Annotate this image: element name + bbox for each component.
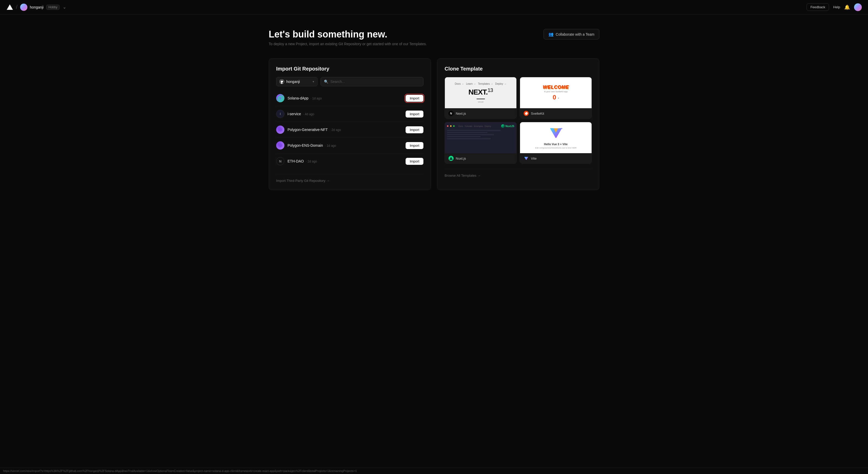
account-switcher-button[interactable]: ⌄ [62,4,67,10]
template-name-nextjs: Next.js [456,112,466,116]
repo-left: Solana-dApp · 1d ago [276,94,322,102]
nuxt-line [447,134,494,135]
repo-icon-i-service: i [276,110,284,118]
user-avatar[interactable] [854,3,862,11]
import-button[interactable]: Import [406,142,424,149]
content-grid: Import Git Repository honganji ▾ 🔍 [269,58,599,190]
repo-item: i i-service · 4d ago Import [276,106,424,122]
repo-age: · 2d ago [306,160,317,163]
import-button[interactable]: Import [406,110,424,118]
page-title-area: Let's build something new. To deploy a n… [269,29,427,46]
status-url: https://vercel.com/new/import?s=https%3A… [3,469,357,472]
template-name-sveltekit: SvelteKit [531,112,544,116]
header: / honganji Hobby ⌄ Feedback Help 🔔 [0,0,868,14]
repo-controls: honganji ▾ 🔍 [276,77,424,86]
template-name-vite: Vite [531,157,536,160]
repo-icon-polygon-ens [276,141,284,150]
header-right: Feedback Help 🔔 [807,3,862,11]
template-sveltekit[interactable]: WELCOME to your new SvelteKit app 0 · Sv… [520,77,592,119]
feedback-button[interactable]: Feedback [807,3,829,11]
vercel-triangle-icon [7,4,13,10]
repo-info: Solana-dApp · 1d ago [287,96,322,100]
vite-logo-icon [550,126,562,141]
search-input[interactable] [331,80,420,84]
vite-icon [524,156,529,161]
repo-name: i-service [287,112,301,116]
third-party-link[interactable]: Import Third-Party Git Repository → [276,179,330,183]
template-vite[interactable]: Hello Vue 3 + Vite Edit components/Hello… [520,122,592,164]
account-dropdown[interactable]: honganji ▾ [276,77,317,86]
nuxt-lines [447,130,514,139]
template-preview-sveltekit: WELCOME to your new SvelteKit app 0 · [520,77,592,108]
repo-info: Polygon-ENS-Domain · 1d ago [287,144,336,148]
nuxt-line [447,130,501,131]
svg-marker-2 [278,144,282,147]
repo-left: N ETH-DAO · 2d ago [276,157,317,165]
repo-item: Polygon-ENS-Domain · 1d ago Import [276,138,424,153]
nuxt-dot-red [447,125,448,127]
vite-preview-inner: Hello Vue 3 + Vite Edit components/Hello… [520,122,592,153]
template-label-vite: Vite [520,153,592,163]
notification-bell-icon[interactable]: 🔔 [844,4,850,10]
dropdown-account-name: honganji [286,80,300,84]
repo-name: ETH-DAO [287,159,304,163]
template-nuxtjs[interactable]: Docs Tutorials Examples Deploy NuxtJS [444,122,517,164]
vercel-logo[interactable] [6,4,13,11]
sveltekit-icon [524,111,529,116]
repo-item: Polygon-Generative-NFT · 2d ago Import [276,122,424,138]
svg-point-0 [278,96,283,100]
username-label: honganji [30,5,44,9]
status-bar: https://vercel.com/new/import?s=https%3A… [0,468,868,474]
template-preview-nextjs: Docs →Learn →Templates →Deploy → NEXT.13… [445,77,517,108]
repo-item: Solana-dApp · 1d ago Import [276,90,424,106]
header-left: / honganji Hobby ⌄ [6,4,67,11]
repo-name: Polygon-ENS-Domain [287,144,323,148]
help-button[interactable]: Help [833,5,840,9]
github-icon [280,79,284,84]
nuxt-logo-text: NuxtJS [505,125,514,128]
template-label-sveltekit: SvelteKit [520,108,592,119]
repo-name: Solana-dApp [287,96,308,100]
repo-item: N ETH-DAO · 2d ago Import [276,153,424,169]
repo-age: · 2d ago [330,128,341,132]
clone-card-title: Clone Template [444,66,592,72]
nextjs-icon: N [448,111,454,116]
nuxt-line [447,132,488,133]
page-header: Let's build something new. To deploy a n… [269,29,599,46]
repo-list: Solana-dApp · 1d ago Import i i-service … [276,90,424,169]
repo-info: i-service · 4d ago [287,112,314,116]
nextjs-preview-content: Docs →Learn →Templates →Deploy → NEXT.13… [445,77,517,108]
plan-badge: Hobby [46,5,60,10]
dropdown-arrow-icon: ▾ [313,80,314,84]
repo-info: ETH-DAO · 2d ago [287,159,317,163]
browse-templates: Browse All Templates → [444,169,592,178]
clone-template-card: Clone Template Docs →Learn →Templates →D… [437,58,599,190]
repo-icon-polygon-generative [276,126,284,134]
page-title: Let's build something new. [269,29,427,40]
import-card-title: Import Git Repository [276,66,424,72]
nuxt-line [447,138,491,139]
separator: / [16,4,18,10]
repo-age: · 1d ago [311,97,322,100]
repo-left: Polygon-ENS-Domain · 1d ago [276,141,336,150]
collaborate-button[interactable]: 👥 Collaborate with a Team [544,29,599,39]
nuxt-topbar: Docs Tutorials Examples Deploy NuxtJS [447,124,514,128]
template-grid: Docs →Learn →Templates →Deploy → NEXT.13… [444,77,592,164]
template-nextjs[interactable]: Docs →Learn →Templates →Deploy → NEXT.13… [444,77,517,119]
import-button[interactable]: Import [406,95,424,102]
search-box: 🔍 [320,77,424,86]
repo-age: · 1d ago [325,144,336,148]
template-preview-vite: Hello Vue 3 + Vite Edit components/Hello… [520,122,592,153]
repo-icon-solana [276,94,284,102]
template-label-nextjs: N Next.js [445,108,517,119]
import-git-card: Import Git Repository honganji ▾ 🔍 [269,58,431,190]
import-button[interactable]: Import [406,158,424,165]
nuxt-dot-green [453,125,455,127]
repo-icon-eth-dao: N [276,157,284,165]
browse-templates-link[interactable]: Browse All Templates → [444,173,481,178]
import-button[interactable]: Import [406,126,424,133]
nuxt-dot-yellow [450,125,452,127]
main-content: Let's build something new. To deploy a n… [253,0,615,190]
template-preview-nuxtjs: Docs Tutorials Examples Deploy NuxtJS [445,122,517,153]
account-avatar [20,4,27,11]
